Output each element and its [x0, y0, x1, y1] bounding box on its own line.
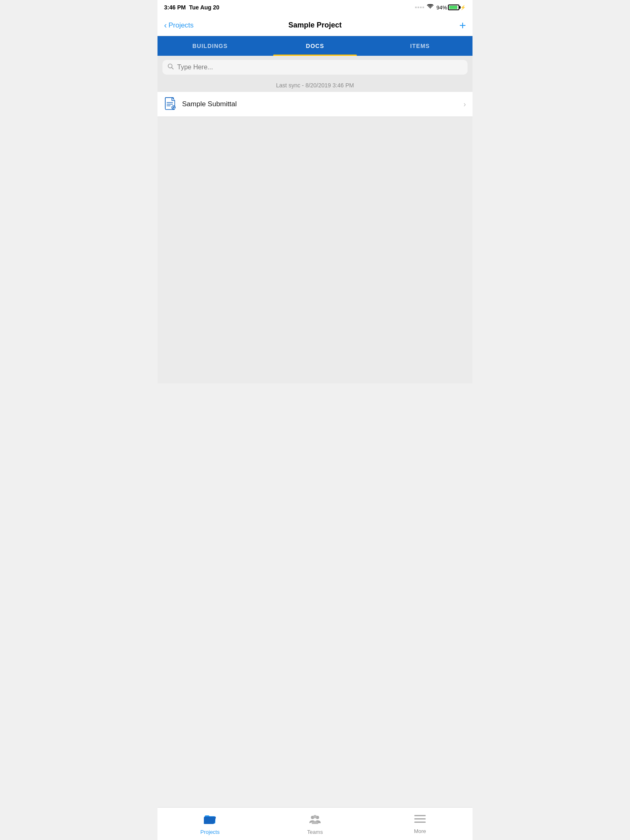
tab-buildings[interactable]: BUILDINGS: [158, 36, 262, 56]
tab-items[interactable]: ITEMS: [368, 36, 472, 56]
add-button[interactable]: +: [459, 20, 466, 31]
list-item[interactable]: Sample Submittal ›: [158, 92, 472, 117]
empty-content-area: [158, 117, 472, 383]
svg-line-1: [171, 67, 173, 69]
page-title: Sample Project: [288, 21, 342, 30]
back-chevron-icon: ‹: [164, 21, 167, 30]
battery-percent: 94%: [436, 5, 447, 11]
sync-text: Last sync - 8/20/2019 3:46 PM: [276, 82, 354, 89]
content-area: Sample Submittal ›: [158, 92, 472, 383]
status-date: Tue Aug 20: [189, 4, 219, 11]
tab-bar: BUILDINGS DOCS ITEMS: [158, 36, 472, 56]
doc-icon: [164, 98, 177, 111]
back-label: Projects: [169, 21, 194, 30]
search-container: [158, 56, 472, 79]
search-wrapper: [162, 60, 468, 75]
battery-icon: [448, 5, 459, 10]
search-input[interactable]: [177, 64, 463, 71]
tab-docs[interactable]: DOCS: [262, 36, 368, 56]
charging-icon: ⚡: [460, 5, 466, 10]
list-item-text: Sample Submittal: [182, 100, 463, 108]
chevron-right-icon: ›: [463, 100, 466, 109]
wifi-icon: [427, 4, 434, 11]
signal-icon: [415, 7, 424, 8]
status-icons: 94% ⚡: [415, 4, 466, 11]
nav-header: ‹ Projects Sample Project +: [158, 15, 472, 36]
back-button[interactable]: ‹ Projects: [164, 21, 194, 30]
status-bar: 3:46 PM Tue Aug 20 94% ⚡: [158, 0, 472, 15]
status-time: 3:46 PM: [164, 4, 186, 11]
battery-indicator: 94% ⚡: [436, 5, 466, 11]
sync-info: Last sync - 8/20/2019 3:46 PM: [158, 79, 472, 92]
search-icon: [167, 63, 174, 71]
